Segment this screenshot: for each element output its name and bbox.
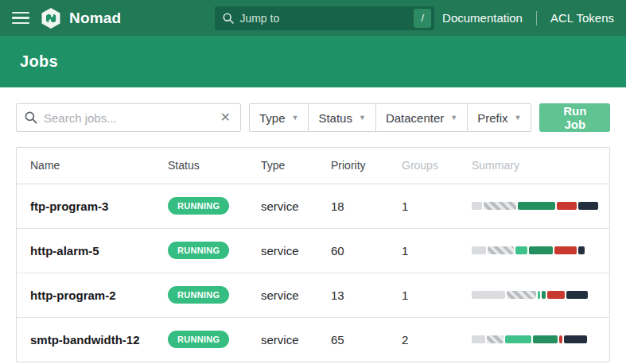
job-type-cell: service xyxy=(258,273,328,317)
summary-segment-complete xyxy=(533,335,558,343)
summary-segment-failed xyxy=(557,202,577,210)
summary-segment-running xyxy=(505,335,531,343)
job-type-cell: service xyxy=(258,317,328,362)
chevron-down-icon: ▼ xyxy=(359,114,366,122)
summary-segment-queued xyxy=(472,291,505,299)
job-priority-cell: 13 xyxy=(328,273,399,317)
job-groups-cell: 1 xyxy=(399,273,469,317)
job-type-cell: service xyxy=(258,228,328,273)
summary-segment-queued xyxy=(472,335,485,343)
summary-segment-starting xyxy=(488,246,514,254)
allocation-summary-bar xyxy=(472,246,609,254)
brand-name: Nomad xyxy=(69,10,121,27)
documentation-link[interactable]: Documentation xyxy=(442,11,523,25)
job-name-link[interactable]: ftp-program-3 xyxy=(30,199,108,213)
job-row[interactable]: smtp-bandwidth-12RUNNINGservice652 xyxy=(17,317,609,362)
filter-label: Prefix xyxy=(477,111,507,125)
column-header-type[interactable]: Type xyxy=(258,148,328,184)
jump-to-search[interactable]: / xyxy=(215,6,434,30)
filter-dropdown-prefix[interactable]: Prefix▼ xyxy=(467,103,531,132)
nomad-hexagon-icon xyxy=(41,7,61,29)
slash-shortcut-key: / xyxy=(414,9,431,28)
summary-segment-starting xyxy=(484,202,516,210)
column-header-name[interactable]: Name xyxy=(17,148,165,184)
page-header: Jobs xyxy=(0,36,626,87)
chevron-down-icon: ▼ xyxy=(292,114,299,122)
allocation-summary-bar xyxy=(472,291,609,299)
column-header-priority[interactable]: Priority xyxy=(328,148,399,184)
run-job-button[interactable]: Run Job xyxy=(539,103,610,132)
summary-segment-starting xyxy=(487,335,504,343)
page-title: Jobs xyxy=(20,52,58,71)
job-priority-cell: 60 xyxy=(328,228,399,273)
search-icon xyxy=(25,111,37,124)
filter-group: Type▼Status▼Datacenter▼Prefix▼ xyxy=(249,103,531,132)
column-header-groups: Groups xyxy=(399,148,469,184)
job-groups-cell: 1 xyxy=(399,228,469,273)
search-icon xyxy=(223,13,234,24)
filter-dropdown-status[interactable]: Status▼ xyxy=(308,103,375,132)
summary-segment-running xyxy=(538,291,540,299)
summary-segment-complete xyxy=(542,291,546,299)
summary-segment-queued xyxy=(472,202,482,210)
status-badge: RUNNING xyxy=(168,331,229,348)
filter-dropdown-datacenter[interactable]: Datacenter▼ xyxy=(375,103,468,132)
summary-segment-starting xyxy=(507,291,536,299)
summary-segment-running xyxy=(515,246,527,254)
job-row[interactable]: http-program-2RUNNINGservice131 xyxy=(17,273,609,317)
divider xyxy=(536,11,537,25)
job-name-link[interactable]: http-program-2 xyxy=(30,288,116,302)
job-type-cell: service xyxy=(258,184,328,228)
summary-segment-complete xyxy=(518,202,555,210)
filter-label: Type xyxy=(259,111,286,125)
summary-segment-failed xyxy=(554,246,577,254)
jump-to-input[interactable] xyxy=(239,12,414,25)
job-name-link[interactable]: smtp-bandwidth-12 xyxy=(30,333,140,347)
summary-segment-lost xyxy=(564,335,587,343)
search-jobs-input[interactable] xyxy=(44,111,219,125)
summary-segment-complete xyxy=(529,246,553,254)
job-groups-cell: 1 xyxy=(399,184,469,228)
chevron-down-icon: ▼ xyxy=(515,114,522,122)
top-navbar: Nomad / Documentation ACL Tokens xyxy=(0,0,626,36)
filter-label: Datacenter xyxy=(386,111,444,125)
summary-segment-lost xyxy=(578,202,598,210)
search-jobs-box[interactable]: ✕ xyxy=(16,103,241,132)
clear-search-icon[interactable]: ✕ xyxy=(219,111,232,124)
job-groups-cell: 2 xyxy=(399,317,469,362)
column-header-status[interactable]: Status xyxy=(165,148,258,184)
summary-segment-failed xyxy=(559,335,562,343)
status-badge: RUNNING xyxy=(168,197,229,215)
status-badge: RUNNING xyxy=(168,286,229,304)
filter-dropdown-type[interactable]: Type▼ xyxy=(249,103,309,132)
menu-icon[interactable] xyxy=(12,12,29,25)
chevron-down-icon: ▼ xyxy=(450,114,457,122)
allocation-summary-bar xyxy=(472,202,609,210)
job-priority-cell: 18 xyxy=(328,184,399,228)
nomad-logo[interactable]: Nomad xyxy=(41,7,121,29)
status-badge: RUNNING xyxy=(168,242,229,259)
summary-segment-queued xyxy=(472,246,486,254)
summary-segment-failed xyxy=(547,291,565,299)
table-header-row: NameStatusTypePriorityGroupsSummary xyxy=(17,148,609,184)
allocation-summary-bar xyxy=(472,335,609,343)
column-header-summary: Summary xyxy=(469,148,609,184)
filter-label: Status xyxy=(318,111,352,125)
job-name-link[interactable]: http-alarm-5 xyxy=(30,244,99,258)
jobs-table: NameStatusTypePriorityGroupsSummary ftp-… xyxy=(16,147,610,362)
job-priority-cell: 65 xyxy=(328,317,399,362)
summary-segment-lost xyxy=(578,246,585,254)
content-area: ✕ Type▼Status▼Datacenter▼Prefix▼ Run Job… xyxy=(0,87,626,364)
acl-tokens-link[interactable]: ACL Tokens xyxy=(550,11,614,25)
navbar-links: Documentation ACL Tokens xyxy=(442,11,614,25)
jobs-toolbar: ✕ Type▼Status▼Datacenter▼Prefix▼ Run Job xyxy=(16,103,610,132)
job-row[interactable]: http-alarm-5RUNNINGservice601 xyxy=(17,228,609,273)
job-row[interactable]: ftp-program-3RUNNINGservice181 xyxy=(17,184,609,228)
summary-segment-lost xyxy=(566,291,588,299)
